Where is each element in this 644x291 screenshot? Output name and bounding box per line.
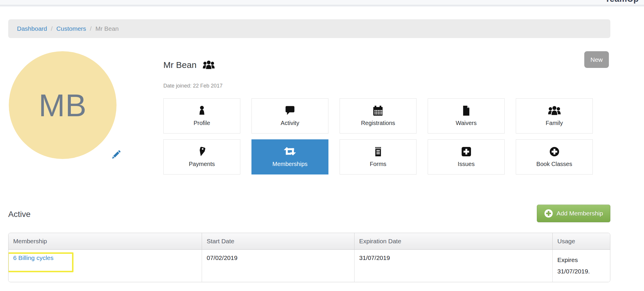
new-status-badge: New [584,51,609,68]
breadcrumb-current: Mr Bean [95,25,119,32]
column-header-membership: Membership [8,233,202,250]
tab-label: Issues [458,161,475,167]
tag-icon [198,146,206,157]
column-header-expiration-date: Expiration Date [354,233,552,250]
active-memberships-header: Active Add Membership [8,205,610,223]
tab-profile[interactable]: Profile [163,98,240,133]
column-header-usage: Usage [552,233,610,250]
person-icon [198,105,206,116]
tab-label: Family [546,120,563,126]
tab-forms[interactable]: Forms [340,139,417,174]
comment-icon [285,105,295,116]
family-people-icon[interactable] [202,60,216,70]
table-header-row: Membership Start Date Expiration Date Us… [8,233,610,250]
repeat-icon [283,146,296,157]
customer-profile-header: MB Mr Bean [8,51,610,179]
tab-label: Memberships [272,161,307,167]
breadcrumb-link-dashboard[interactable]: Dashboard [17,25,47,32]
tab-issues[interactable]: Issues [428,139,505,174]
breadcrumb-link-customers[interactable]: Customers [56,25,86,32]
membership-cell: 6 Billing cycles [8,250,202,282]
tab-label: Profile [193,120,210,126]
breadcrumb: Dashboard / Customers / Mr Bean [8,19,610,38]
customer-name: Mr Bean [163,60,196,70]
tab-family[interactable]: Family [516,98,593,133]
people-icon [547,105,562,116]
tab-waivers[interactable]: Waivers [428,98,505,133]
receipt-icon [374,146,382,157]
customer-tab-grid: Profile Activity [163,98,610,174]
tab-memberships[interactable]: Memberships [251,139,328,174]
plus-square-icon [461,146,471,157]
memberships-table: Membership Start Date Expiration Date Us… [8,233,610,282]
tab-activity[interactable]: Activity [251,98,328,133]
top-navbar: TeamUp [0,0,644,6]
breadcrumb-separator: / [51,25,53,32]
date-joined: Date joined: 22 Feb 2017 [163,83,610,89]
usage-cell: Expires 31/07/2019. [552,250,610,282]
navbar-brand-clipped: TeamUp [605,0,639,6]
avatar-wrap: MB [9,51,126,162]
edit-avatar-pencil-icon[interactable] [112,150,121,159]
expiration-date-cell: 31/07/2019 [354,250,552,282]
membership-link[interactable]: 6 Billing cycles [13,254,54,261]
tab-label: Book Classes [536,161,572,167]
tab-book-classes[interactable]: Book Classes [516,139,593,174]
add-membership-button[interactable]: Add Membership [537,205,610,222]
section-title: Active [8,205,610,223]
avatar: MB [9,51,117,159]
calendar-icon [373,105,383,116]
tab-label: Forms [370,161,386,167]
tab-payments[interactable]: Payments [163,139,240,174]
tab-label: Payments [189,161,215,167]
tab-label: Registrations [361,120,395,126]
plus-circle-icon [549,146,559,157]
avatar-initials: MB [39,87,87,124]
tab-label: Waivers [456,120,477,126]
breadcrumb-separator: / [90,25,92,32]
start-date-cell: 07/02/2019 [202,250,354,282]
tab-registrations[interactable]: Registrations [340,98,417,133]
file-icon [463,105,470,116]
table-row: 6 Billing cycles 07/02/2019 31/07/2019 E… [8,250,610,282]
tab-label: Activity [281,120,299,126]
add-membership-label: Add Membership [556,210,603,217]
plus-circle-icon [544,209,553,218]
column-header-start-date: Start Date [202,233,354,250]
